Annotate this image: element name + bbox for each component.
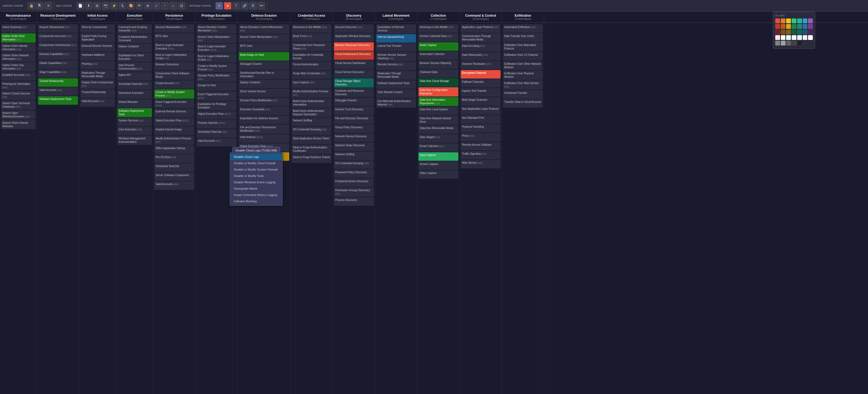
technique-build-image[interactable]: Build Image on Host — [239, 52, 289, 61]
technique-exfil-web-service[interactable]: Exfiltration Over Web Service (0/3) — [503, 80, 543, 90]
technique-deobfuscate-decode[interactable]: Deobfuscate/Decode Files or Information — [239, 70, 289, 79]
technique-software-deployment-lateral[interactable]: Software Deployment Tools — [376, 80, 416, 89]
technique-debugger-evasion[interactable]: Debugger Evasion — [239, 61, 289, 69]
color-swatch-yellow[interactable] — [786, 19, 791, 23]
technique-account-manipulation[interactable]: Account Manipulation (0/5) — [154, 24, 194, 33]
technique-adversary-in-the-middle[interactable]: Adversary-in-the-Middle (0/3) — [291, 24, 332, 33]
color-swatch-lavender[interactable] — [803, 35, 807, 40]
technique-phishing-initial[interactable]: Phishing (0/3) — [80, 61, 115, 69]
color-swatch-brown[interactable] — [781, 30, 785, 34]
color-swatch-deepurple[interactable] — [808, 30, 813, 34]
technique-establish-accounts[interactable]: Establish Accounts (0/3) — [1, 72, 36, 81]
color-swatch-nearblack[interactable] — [798, 41, 802, 46]
color-swatch-white[interactable] — [808, 35, 813, 40]
technique-native-api[interactable]: Native API — [117, 72, 152, 81]
technique-exfil-c2-channel[interactable]: Exfiltration Over C2 Channel — [503, 52, 543, 61]
link-button[interactable]: 🔗 — [241, 2, 248, 9]
context-menu-downgrade-attack[interactable]: Downgrade Attack — [230, 186, 282, 192]
technique-browser-session-hijacking[interactable]: Browser Session Hijacking — [418, 60, 458, 69]
technique-browser-extensions[interactable]: Browser Extensions — [154, 62, 194, 70]
technique-compromise-client-software[interactable]: Compromise Client Software Binary — [154, 71, 194, 80]
technique-fallback-channels[interactable]: Fallback Channels — [461, 79, 501, 87]
more-button[interactable]: ••• — [258, 2, 265, 9]
color-swatch-lightgreen[interactable] — [786, 35, 791, 40]
technique-valid-accounts-persist[interactable]: Valid Accounts (0/4) — [154, 181, 194, 190]
technique-exfil-other-network[interactable]: Exfiltration Over Other Network Medium — [503, 61, 543, 71]
technique-automated-collection[interactable]: Automated Collection — [418, 51, 458, 60]
technique-traffic-signaling[interactable]: Traffic Signaling (0/2) — [461, 151, 501, 160]
technique-exploitation-defense[interactable]: Exploitation for Defense Evasion — [239, 116, 289, 124]
technique-browser-bookmark-discovery[interactable]: Browser Bookmark Discovery — [334, 42, 374, 51]
color-swatch-lightred[interactable] — [775, 35, 780, 40]
technique-lateral-tool-transfer[interactable]: Lateral Tool Transfer — [376, 43, 416, 52]
technique-replication-removable-lateral[interactable]: Replication Through Removable Media — [376, 71, 416, 80]
technique-multi-factor-request[interactable]: Multi-Factor Authentication Request Gene… — [291, 108, 332, 117]
technique-deploy-container-exec[interactable]: Deploy Container — [117, 44, 152, 52]
technique-non-app-layer-protocol[interactable]: Non-Application Layer Protocol — [461, 106, 501, 114]
technique-event-triggered-privesc[interactable]: Event Triggered Execution (0/18) — [196, 91, 237, 101]
technique-boot-logon-autostart-privesc[interactable]: Boot or Logon Autostart Execution (0/14) — [196, 44, 237, 53]
technique-search-closed[interactable]: Search Closed Sources (0/2) — [1, 91, 36, 100]
technique-archive-collected-data[interactable]: Archive Collected Data (0/3) — [418, 33, 458, 42]
technique-modify-auth-cred[interactable]: Modify Authentication Process (0/7) — [291, 89, 332, 98]
technique-bits-jobs[interactable]: BITS Jobs — [154, 33, 194, 42]
color-swatch-darkpurple[interactable] — [808, 24, 813, 29]
technique-network-sniffing-discovery[interactable]: Network Sniffing — [334, 151, 374, 160]
technique-gather-victim-identity[interactable]: Gather Victim Identity Information (0/3) — [1, 43, 36, 52]
technique-serverless[interactable]: Serverless Execution — [117, 90, 152, 98]
technique-create-modify-system-process[interactable]: Create or Modify System Process (0/4) — [154, 89, 194, 98]
technique-hijack-execution-defevasion[interactable]: Hijack Execution Flow (0/12) — [239, 143, 289, 152]
technique-escape-to-host[interactable]: Escape to Host — [196, 83, 237, 91]
color-fill-button[interactable]: ■ — [224, 2, 231, 9]
technique-execution-guardrails[interactable]: Execution Guardrails (0/1) — [239, 107, 289, 115]
technique-transfer-data-to-cloud[interactable]: Transfer Data to Cloud Account — [503, 99, 543, 108]
technique-trusted-relationship-resource[interactable]: Trusted Relationship — [38, 78, 78, 87]
technique-steal-app-access-token[interactable]: Steal Application Access Token — [291, 136, 332, 144]
technique-scheduled-task-exec[interactable]: Scheduled Task/Job (0/5) — [117, 81, 152, 90]
technique-gather-victim-org[interactable]: Gather Victim Org Information (0/4) — [1, 62, 36, 72]
technique-exfil-alt-protocol[interactable]: Exfiltration Over Alternative Protocol — [503, 42, 543, 52]
context-menu-disable-modify-tools[interactable]: Disable or Modify Tools — [230, 173, 282, 179]
technique-steal-forge-kerberos[interactable]: Steal or Forge Kerberos Tickets — [291, 154, 332, 163]
technique-shared-modules[interactable]: Shared Modules — [117, 99, 152, 108]
technique-process-injection-privesc[interactable]: Process Injection (0/12) — [196, 120, 237, 129]
technique-hardware-additions[interactable]: Hardware Additions — [80, 52, 115, 61]
technique-access-token-defevasion[interactable]: Access Token Manipulation (0/5) — [239, 34, 289, 43]
list-button[interactable]: ☰ — [249, 2, 257, 9]
technique-scheduled-task-persist[interactable]: Scheduled Task/Job — [154, 163, 194, 172]
layout-button[interactable]: ⊕ — [144, 2, 152, 9]
technique-search-open-websites[interactable]: Search Open Websites/Domains (0/3) — [1, 110, 36, 119]
color-swatch-darkorange[interactable] — [781, 24, 785, 29]
technique-network-share-discovery[interactable]: Network Share Discovery — [334, 143, 374, 151]
technique-clipboard-data[interactable]: Clipboard Data — [418, 69, 458, 78]
technique-cloud-service-discovery[interactable]: Cloud Service Discovery — [334, 69, 374, 78]
technique-search-victim-owned[interactable]: Search Victim-Owned Websites — [1, 120, 36, 129]
technique-remote-access-software[interactable]: Remote Access Software — [461, 142, 501, 150]
color-swatch-darkgreen[interactable] — [792, 24, 797, 29]
eye-button[interactable]: 👁 — [136, 2, 143, 9]
technique-data-from-local-system[interactable]: Data from Local System — [418, 107, 458, 115]
technique-valid-accounts-privesc[interactable]: Valid Accounts (0/4) — [196, 138, 237, 146]
technique-os-credential-discovery[interactable]: OS Credential Dumping (0/8) — [334, 161, 374, 169]
technique-create-account[interactable]: Create Account (0/3) — [154, 80, 194, 89]
technique-remote-service-session-hijacking[interactable]: Remote Service Session Hijacking (0/2) — [376, 52, 416, 61]
technique-account-discovery[interactable]: Account Discovery (0/4) — [334, 24, 374, 33]
technique-domain-policy-mod-defevasion[interactable]: Domain Policy Modification (0/2) — [239, 97, 289, 106]
color-swatch-purple[interactable] — [808, 19, 813, 23]
sort-button[interactable]: ⇅ — [119, 2, 126, 9]
plus-button[interactable]: ＋ — [169, 2, 177, 9]
technique-hijack-execution-flow-privesc[interactable]: Hijack Execution Flow (0/12) — [196, 111, 237, 119]
context-menu-disable-windows-event[interactable]: Disable Windows Event Logging — [230, 179, 282, 186]
palette-button[interactable]: 🎨 — [127, 2, 135, 9]
technique-direct-volume-access[interactable]: Direct Volume Access — [239, 89, 289, 97]
technique-forced-auth[interactable]: Forced Authentication — [291, 62, 332, 70]
technique-cloud-service-dashboard[interactable]: Cloud Service Dashboard — [334, 60, 374, 69]
technique-software-deployment-resource[interactable]: Software Deployment Tools — [38, 96, 78, 105]
technique-hijack-execution-flow-persist[interactable]: Hijack Execution Flow (0/12) — [154, 118, 194, 126]
technique-automated-exfil[interactable]: Automated Exfiltration (0/2) — [503, 24, 543, 33]
technique-exploitation-remote-services[interactable]: Exploitation of Remote Services — [376, 24, 416, 34]
technique-modify-auth-process[interactable]: Modify Authentication Process (0/7) — [154, 136, 194, 145]
technique-phishing-info[interactable]: Phishing for Information (0/3) — [1, 81, 36, 90]
technique-supply-chain[interactable]: Supply Chain Compromise (0/3) — [80, 80, 115, 89]
technique-data-transfer-size-limits[interactable]: Data Transfer Size Limits — [503, 33, 543, 42]
